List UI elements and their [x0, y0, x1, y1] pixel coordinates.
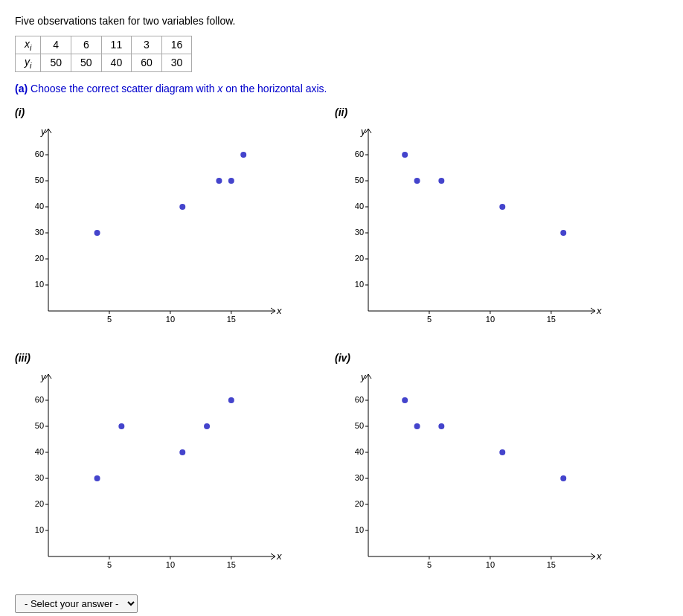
graph-ii-canvas — [335, 121, 610, 337]
graph-ii-label: (ii) — [335, 106, 632, 118]
x-val-4: 3 — [132, 36, 162, 54]
x-val-5: 16 — [161, 36, 192, 54]
part-a-instruction: (a) Choose the correct scatter diagram w… — [15, 83, 668, 94]
x-val-1: 4 — [41, 36, 71, 54]
select-answer-1-row: - Select your answer - (i) (ii) (iii) (i… — [15, 594, 668, 613]
select-answer-1[interactable]: - Select your answer - (i) (ii) (iii) (i… — [15, 594, 138, 613]
graph-iii-label: (iii) — [15, 352, 312, 364]
graph-iii-canvas — [15, 367, 290, 583]
x-label: xi — [16, 36, 41, 54]
y-val-5: 30 — [161, 54, 192, 71]
graph-iv-container: (iv) — [335, 352, 632, 583]
graph-iii-container: (iii) — [15, 352, 312, 583]
part-a-label: (a) — [15, 83, 28, 94]
y-val-1: 50 — [41, 54, 71, 71]
graph-iv-label: (iv) — [335, 352, 632, 364]
data-table: xi 4 6 11 3 16 yi 50 50 40 60 30 — [15, 36, 192, 72]
y-val-3: 40 — [101, 54, 132, 71]
x-val-3: 11 — [101, 36, 132, 54]
graph-i-container: (i) — [15, 106, 312, 337]
y-val-4: 60 — [132, 54, 162, 71]
y-val-2: 50 — [71, 54, 102, 71]
x-val-2: 6 — [71, 36, 102, 54]
graph-i-label: (i) — [15, 106, 312, 118]
intro-text: Five observations taken for two variable… — [15, 15, 668, 27]
y-label: yi — [16, 54, 41, 71]
graph-i-canvas — [15, 121, 290, 337]
graph-ii-container: (ii) — [335, 106, 632, 337]
graph-iv-canvas — [335, 367, 610, 583]
